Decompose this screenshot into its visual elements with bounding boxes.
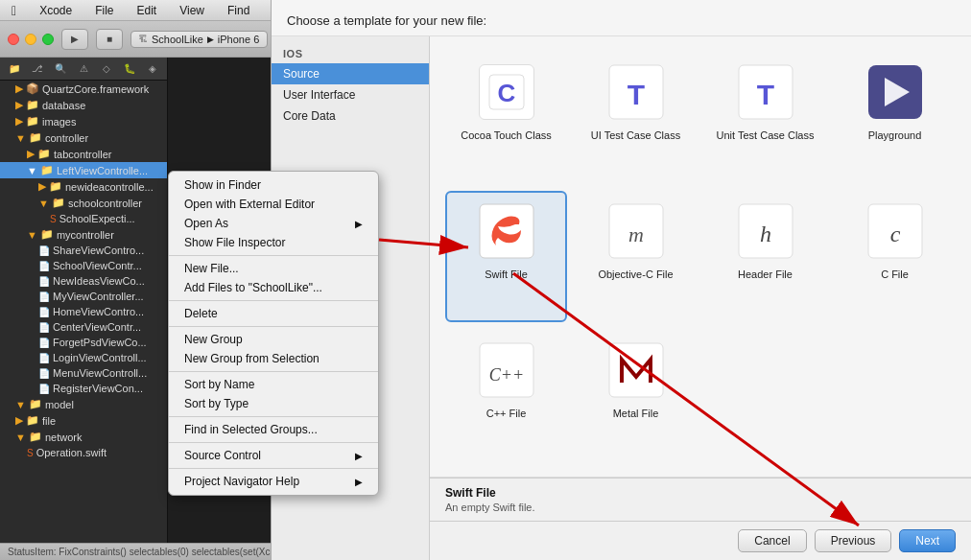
- sidebar-item-quartzcore[interactable]: ▶📦 QuartzCore.framework: [0, 81, 167, 97]
- menu-open-external[interactable]: Open with External Editor: [169, 195, 378, 214]
- sidebar-item-file[interactable]: ▶📁 file: [0, 412, 167, 429]
- stop-button[interactable]: ■: [96, 29, 123, 50]
- sidebar-item-model[interactable]: ▼📁 model: [0, 396, 167, 412]
- cpp-icon: C++: [476, 339, 537, 401]
- menubar-file[interactable]: File: [91, 4, 117, 17]
- run-button[interactable]: ▶: [61, 29, 88, 50]
- menu-separator-7: [169, 468, 378, 469]
- menu-open-as[interactable]: Open As ▶: [169, 214, 378, 233]
- menu-sort-name[interactable]: Sort by Name: [169, 375, 378, 394]
- search-icon[interactable]: 🔍: [50, 60, 71, 78]
- menu-show-inspector[interactable]: Show File Inspector: [169, 233, 378, 252]
- debug-icon[interactable]: 🐛: [119, 60, 140, 78]
- cocoa-touch-label: Cocoa Touch Class: [461, 128, 552, 142]
- sidebar-item-images[interactable]: ▶📁 images: [0, 113, 167, 129]
- previous-button[interactable]: Previous: [815, 529, 892, 552]
- sidebar-item-newideasview[interactable]: 📄 NewIdeasViewCo...: [0, 273, 167, 289]
- maximize-button[interactable]: [42, 34, 54, 45]
- dialog-category-core-data[interactable]: Core Data: [272, 105, 429, 127]
- sidebar-item-registerview[interactable]: 📄 RegisterViewCon...: [0, 381, 167, 396]
- svg-text:m: m: [628, 222, 644, 246]
- sidebar-item-schoolview[interactable]: 📄 SchoolViewContr...: [0, 258, 167, 273]
- dialog-buttons: Cancel Previous Next: [430, 521, 971, 560]
- menu-new-file[interactable]: New File...: [169, 259, 378, 278]
- sidebar-item-mycontroller[interactable]: ▼📁 mycontroller: [0, 226, 167, 243]
- template-objc[interactable]: m Objective-C File: [575, 191, 697, 322]
- template-playground[interactable]: Playground: [834, 52, 956, 183]
- dialog-title: Choose a template for your new file:: [272, 0, 971, 36]
- sidebar-item-newideacontroller[interactable]: ▶📁 newideacontrolle...: [0, 178, 167, 195]
- menu-delete[interactable]: Delete: [169, 304, 378, 323]
- template-ui-test[interactable]: T UI Test Case Class: [575, 52, 697, 183]
- menu-sort-type[interactable]: Sort by Type: [169, 394, 378, 413]
- template-c[interactable]: c C File: [834, 191, 956, 322]
- svg-text:C++: C++: [488, 365, 523, 385]
- svg-rect-17: [609, 343, 663, 397]
- menu-new-group-selection[interactable]: New Group from Selection: [169, 349, 378, 368]
- warning-icon[interactable]: ⚠: [73, 60, 94, 78]
- template-swift[interactable]: Swift File: [445, 191, 567, 322]
- template-cocoa-touch[interactable]: C Cocoa Touch Class: [445, 52, 567, 183]
- svg-text:T: T: [627, 79, 644, 110]
- sidebar-item-controller[interactable]: ▼📁 controller: [0, 129, 167, 146]
- metal-icon: [605, 339, 667, 401]
- selected-template-desc: An empty Swift file.: [445, 502, 956, 513]
- sidebar-item-schoolcontroller[interactable]: ▼📁 schoolcontroller: [0, 195, 167, 211]
- svg-text:C: C: [497, 79, 515, 107]
- menubar-xcode[interactable]: Xcode: [36, 4, 76, 17]
- sidebar-item-forgetpsd[interactable]: 📄 ForgetPsdViewCo...: [0, 335, 167, 350]
- sidebar-item-operation-swift[interactable]: S Operation.swift: [0, 445, 167, 460]
- sidebar-item-tabcontroller[interactable]: ▶📁 tabcontroller: [0, 146, 167, 162]
- sidebar-toolbar: 📁 ⎇ 🔍 ⚠ ◇ 🐛 ◈: [0, 58, 167, 81]
- folder-icon[interactable]: 📁: [4, 60, 25, 78]
- dialog-category-user-interface[interactable]: User Interface: [272, 84, 429, 105]
- cancel-button[interactable]: Cancel: [738, 529, 806, 552]
- dialog-category-source[interactable]: Source: [272, 63, 429, 84]
- sidebar-item-loginview[interactable]: 📄 LoginViewControll...: [0, 350, 167, 365]
- sidebar-item-shareview[interactable]: 📄 ShareViewContro...: [0, 243, 167, 258]
- sidebar-item-schoolexpecti[interactable]: S SchoolExpecti...: [0, 211, 167, 226]
- menubar-find[interactable]: Find: [224, 4, 253, 17]
- svg-text:h: h: [760, 222, 771, 246]
- menu-add-files[interactable]: Add Files to "SchoolLike"...: [169, 278, 378, 297]
- apple-menu[interactable]: : [8, 3, 20, 18]
- objc-label: Objective-C File: [598, 268, 673, 281]
- menu-new-group[interactable]: New Group: [169, 330, 378, 349]
- template-header[interactable]: h Header File: [704, 191, 826, 322]
- svg-rect-8: [480, 204, 533, 258]
- close-button[interactable]: [8, 34, 19, 45]
- sidebar-item-myviewcontroller[interactable]: 📄 MyViewController...: [0, 289, 167, 304]
- sidebar-item-menuview[interactable]: 📄 MenuViewControll...: [0, 365, 167, 381]
- traffic-lights: [8, 34, 54, 45]
- menu-separator-6: [169, 442, 378, 443]
- menu-source-control[interactable]: Source Control ▶: [169, 446, 378, 465]
- metal-label: Metal File: [613, 407, 659, 420]
- context-menu[interactable]: Show in Finder Open with External Editor…: [168, 171, 379, 496]
- menubar-edit[interactable]: Edit: [133, 4, 161, 17]
- c-label: C File: [881, 268, 909, 281]
- template-metal[interactable]: Metal File: [575, 330, 697, 461]
- sidebar-item-leftviewcontroller[interactable]: ▼📁 LeftViewControlle...: [0, 162, 167, 178]
- test-icon[interactable]: ◇: [96, 60, 117, 78]
- git-icon[interactable]: ⎇: [27, 60, 48, 78]
- scheme-selector[interactable]: 🏗 SchoolLike ▶ iPhone 6: [130, 31, 268, 48]
- dialog-footer: Swift File An empty Swift file.: [430, 478, 971, 521]
- menu-separator-2: [169, 300, 378, 301]
- menubar-view[interactable]: View: [176, 4, 208, 17]
- menu-find-groups[interactable]: Find in Selected Groups...: [169, 420, 378, 439]
- next-button[interactable]: Next: [899, 529, 956, 552]
- template-cpp[interactable]: C++ C++ File: [445, 330, 567, 461]
- dialog-template-content: C Cocoa Touch Class T: [430, 36, 971, 560]
- template-grid: C Cocoa Touch Class T: [430, 36, 971, 478]
- template-unit-test[interactable]: T Unit Test Case Class: [704, 52, 826, 183]
- sidebar-item-centerview[interactable]: 📄 CenterViewContr...: [0, 319, 167, 335]
- minimize-button[interactable]: [25, 34, 36, 45]
- menu-show-finder[interactable]: Show in Finder: [169, 175, 378, 195]
- cocoa-touch-icon: C: [476, 61, 537, 123]
- breakpoint-icon[interactable]: ◈: [142, 60, 163, 78]
- sidebar-item-database[interactable]: ▶📁 database: [0, 97, 167, 113]
- sidebar: 📁 ⎇ 🔍 ⚠ ◇ 🐛 ◈ ▶📦 QuartzCore.framework ▶📁…: [0, 58, 168, 543]
- sidebar-item-homeview[interactable]: 📄 HomeViewContro...: [0, 304, 167, 319]
- menu-project-help[interactable]: Project Navigator Help ▶: [169, 472, 378, 491]
- sidebar-item-network[interactable]: ▼📁 network: [0, 429, 167, 445]
